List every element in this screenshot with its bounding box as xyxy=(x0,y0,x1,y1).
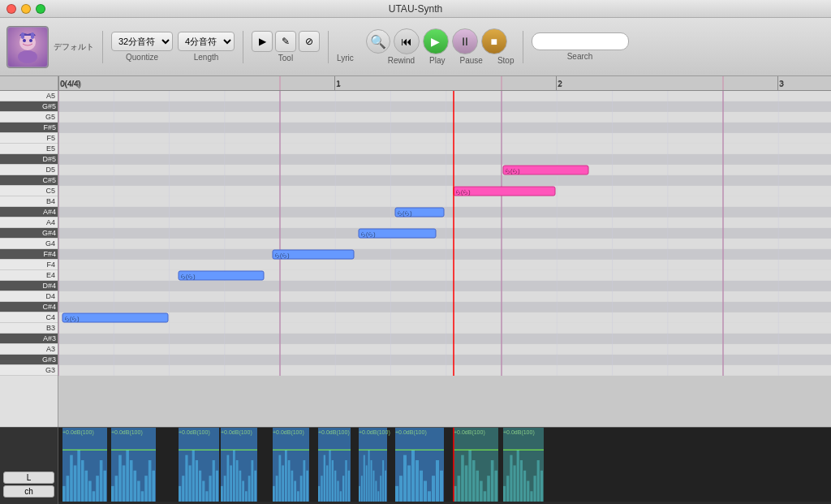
window-controls[interactable] xyxy=(6,4,45,14)
piano-key-as4[interactable]: A#4 xyxy=(0,207,58,218)
piano-key-a3[interactable]: A3 xyxy=(0,344,58,355)
maximize-button[interactable] xyxy=(36,4,45,14)
piano-key-as3[interactable]: A#3 xyxy=(0,334,58,344)
eraser-tool-button[interactable]: ⊘ xyxy=(299,31,320,52)
piano-keys: A5G#5G5F#5F5E5D#5D5C#5C5B4A#4A4G#4G4F#4F… xyxy=(0,76,58,427)
piano-key-f4[interactable]: F4 xyxy=(0,260,58,270)
velocity-canvas xyxy=(58,428,831,502)
ruler-spacer xyxy=(0,76,58,91)
transport-buttons: 🔍 ⏮ ▶ ⏸ ■ xyxy=(366,28,507,54)
svg-point-3 xyxy=(29,39,32,42)
length-label: Length xyxy=(194,53,219,62)
velocity-keys: L ch xyxy=(0,428,58,504)
separator-4 xyxy=(523,31,523,63)
grid-canvas xyxy=(58,91,831,376)
piano-key-d5[interactable]: D5 xyxy=(0,165,58,175)
velocity-grid xyxy=(58,428,831,504)
piano-key-a5[interactable]: A5 xyxy=(0,91,58,101)
lyric-section: Lyric xyxy=(337,31,354,62)
rewind-label: Rewind xyxy=(388,56,415,65)
svg-rect-4 xyxy=(21,32,24,39)
quantize-select[interactable]: 32分音符 xyxy=(111,32,173,51)
piano-roll-container: A5G#5G5F#5F5E5D#5D5C#5C5B4A#4A4G#4G4F#4F… xyxy=(0,76,831,427)
grid-content[interactable] xyxy=(58,91,831,376)
piano-key-fs5[interactable]: F#5 xyxy=(0,123,58,133)
quantize-section: 32分音符 Quontize xyxy=(111,32,173,62)
svg-rect-5 xyxy=(31,32,34,39)
svg-point-2 xyxy=(23,39,26,42)
grid-area[interactable]: 0(4/4)123 xyxy=(58,76,831,427)
separator-1 xyxy=(102,31,103,63)
length-select[interactable]: 4分音符 xyxy=(178,32,235,51)
close-button[interactable] xyxy=(6,4,16,14)
quantize-label: Quontize xyxy=(126,53,158,62)
piano-key-ds5[interactable]: D#5 xyxy=(0,154,58,165)
ch-button[interactable]: ch xyxy=(3,485,54,498)
svg-point-1 xyxy=(18,50,37,63)
piano-key-g3[interactable]: G3 xyxy=(0,365,58,376)
pencil-tool-button[interactable]: ✎ xyxy=(275,31,296,52)
piano-key-b4[interactable]: B4 xyxy=(0,196,58,207)
search-section: Search xyxy=(532,32,629,61)
piano-key-ds4[interactable]: D#4 xyxy=(0,281,58,291)
tool-section: ▶ ✎ ⊘ Tool xyxy=(252,31,320,62)
search-input[interactable] xyxy=(532,32,629,50)
minimize-button[interactable] xyxy=(21,4,31,14)
piano-key-a4[interactable]: A4 xyxy=(0,218,58,228)
piano-key-gs4[interactable]: G#4 xyxy=(0,228,58,239)
ruler: 0(4/4)123 xyxy=(58,76,831,91)
length-section: 4分音符 Length xyxy=(178,32,235,62)
avatar[interactable] xyxy=(6,26,49,68)
search-transport-button[interactable]: 🔍 xyxy=(366,29,390,54)
stop-button[interactable]: ■ xyxy=(481,28,507,54)
piano-key-gs5[interactable]: G#5 xyxy=(0,101,58,112)
piano-key-cs4[interactable]: C#4 xyxy=(0,302,58,312)
tool-label: Tool xyxy=(278,54,293,62)
piano-key-cs5[interactable]: C#5 xyxy=(0,175,58,186)
separator-2 xyxy=(243,31,243,63)
piano-key-e5[interactable]: E5 xyxy=(0,144,58,154)
piano-key-d4[interactable]: D4 xyxy=(0,291,58,302)
toolbar: デフォルト 32分音符 Quontize 4分音符 Length ▶ ✎ ⊘ T xyxy=(0,18,831,76)
separator-3 xyxy=(328,31,329,63)
play-tool-button[interactable]: ▶ xyxy=(252,31,273,52)
piano-key-b3[interactable]: B3 xyxy=(0,323,58,334)
pause-label: Pause xyxy=(460,56,483,65)
piano-key-f5[interactable]: F5 xyxy=(0,133,58,144)
piano-key-g4[interactable]: G4 xyxy=(0,239,58,249)
rewind-button[interactable]: ⏮ xyxy=(394,28,420,54)
piano-key-fs4[interactable]: F#4 xyxy=(0,249,58,260)
piano-key-e4[interactable]: E4 xyxy=(0,270,58,281)
piano-key-c4[interactable]: C4 xyxy=(0,312,58,323)
transport-section: 🔍 ⏮ ▶ ⏸ ■ Rewind Play Pause Stop xyxy=(359,28,515,65)
piano-key-gs3[interactable]: G#3 xyxy=(0,355,58,365)
stop-label: Stop xyxy=(497,56,515,65)
piano-key-g5[interactable]: G5 xyxy=(0,112,58,123)
velocity-area: L ch xyxy=(0,427,831,504)
piano-key-c5[interactable]: C5 xyxy=(0,186,58,196)
main-area: A5G#5G5F#5F5E5D#5D5C#5C5B4A#4A4G#4G4F#4F… xyxy=(0,76,831,504)
search-label: Search xyxy=(567,52,593,61)
window-title: UTAU-Synth xyxy=(389,3,442,15)
default-label: デフォルト xyxy=(54,41,94,53)
pause-button[interactable]: ⏸ xyxy=(452,28,478,54)
title-bar: UTAU-Synth xyxy=(0,0,831,18)
play-button[interactable]: ▶ xyxy=(423,28,449,54)
play-label: Play xyxy=(429,56,445,65)
l-button[interactable]: L xyxy=(3,472,54,484)
lyric-label: Lyric xyxy=(337,54,354,62)
